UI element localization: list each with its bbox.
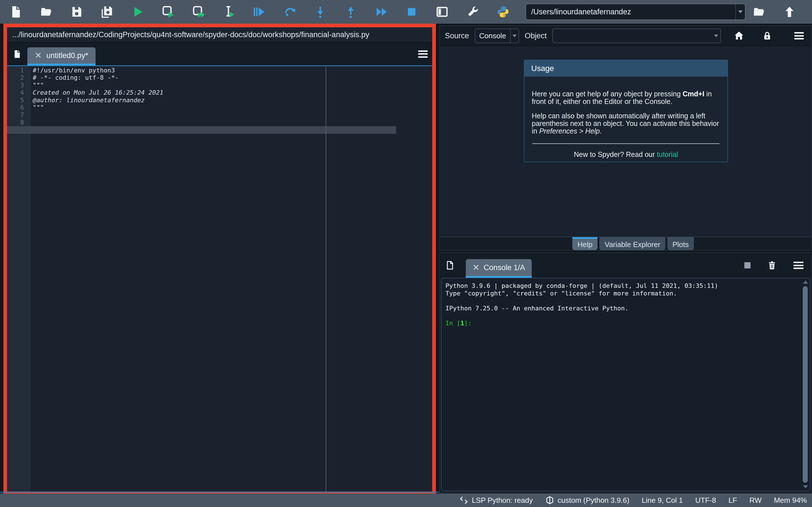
object-combo[interactable] — [552, 29, 721, 43]
tab-plots[interactable]: Plots — [667, 237, 694, 250]
save-button[interactable] — [69, 4, 85, 20]
open-file-button[interactable] — [38, 4, 54, 20]
source-combo-value: Console — [475, 32, 510, 40]
run-button[interactable] — [130, 4, 146, 20]
lock-button[interactable] — [761, 30, 773, 42]
wrench-icon — [466, 5, 479, 18]
step-over-icon — [283, 5, 296, 18]
chevron-down-icon — [738, 10, 743, 13]
editor-focus-bottom-border — [0, 492, 439, 493]
readwrite-status: RW — [749, 496, 762, 505]
lock-icon — [762, 31, 772, 41]
console-line: IPython 7.25.0 -- An enhanced Interactiv… — [446, 305, 628, 312]
breadcrumb-path: .../linourdanetafernandez/CodingProjects… — [12, 31, 369, 39]
save-all-icon — [101, 5, 114, 18]
interpreter-status: custom (Python 3.9.6) — [545, 496, 629, 505]
browse-working-directory-button[interactable] — [751, 4, 767, 20]
python-logo-icon — [497, 5, 509, 18]
working-directory-input[interactable] — [526, 4, 735, 19]
browse-tabs-button[interactable] — [9, 46, 26, 62]
console-tab[interactable]: ✕ Console 1/A — [466, 259, 532, 278]
scroll-down-icon[interactable] — [803, 485, 808, 489]
home-button[interactable] — [733, 30, 745, 42]
column-79-guide — [326, 66, 326, 492]
eol-status: LF — [728, 496, 737, 505]
source-label: Source — [445, 32, 469, 40]
code-line: """ — [31, 104, 432, 111]
tab-variable-explorer[interactable]: Variable Explorer — [599, 237, 665, 250]
editor-pane-highlight-frame: .../linourdanetafernandez/CodingProjects… — [3, 24, 436, 495]
divider — [532, 144, 719, 144]
maximize-pane-icon — [436, 5, 449, 18]
scrollbar-thumb[interactable] — [803, 286, 808, 483]
object-combo-dropdown[interactable] — [712, 29, 720, 43]
source-combo[interactable]: Console — [475, 29, 519, 43]
lsp-icon — [459, 496, 468, 505]
trash-icon[interactable] — [767, 260, 777, 270]
help-content: Usage Here you can get help of any objec… — [440, 46, 811, 237]
step-out-button[interactable] — [343, 4, 359, 20]
object-label: Object — [525, 32, 547, 40]
editor-tabbar: ✕ untitled0.py* — [7, 43, 432, 66]
console-tab-label: Console 1/A — [484, 263, 525, 272]
interrupt-kernel-icon[interactable] — [744, 262, 751, 269]
stop-button[interactable] — [404, 4, 419, 20]
debug-button[interactable] — [252, 4, 267, 20]
tutorial-link[interactable]: tutorial — [657, 151, 678, 158]
console-scrollbar[interactable] — [802, 280, 809, 489]
folder-icon — [753, 5, 765, 18]
help-pane: Source Console Object — [439, 25, 812, 251]
continue-icon — [375, 5, 388, 18]
parent-directory-button[interactable] — [781, 4, 797, 20]
spyder-window: .../linourdanetafernandez/CodingProjects… — [0, 0, 812, 507]
lsp-status-text: LSP Python: ready — [472, 496, 532, 505]
close-icon[interactable]: ✕ — [35, 51, 42, 60]
working-directory-dropdown[interactable] — [735, 4, 745, 19]
console-tabbar: ✕ Console 1/A — [440, 253, 811, 278]
encoding-status: UTF-8 — [695, 496, 716, 505]
code-line: #!/usr/bin/env python3 — [31, 67, 432, 74]
editor-options-button[interactable] — [418, 50, 428, 58]
run-cell-button[interactable] — [160, 4, 176, 20]
python-path-manager-button[interactable] — [495, 4, 511, 20]
main-toolbar — [0, 0, 812, 24]
ipython-console-pane: ✕ Console 1/A Python 3.9.6 | packaged by… — [439, 252, 812, 493]
console-content[interactable]: Python 3.9.6 | packaged by conda-forge |… — [441, 278, 810, 491]
chevron-down-icon — [714, 35, 718, 37]
run-selection-button[interactable] — [221, 4, 237, 20]
help-options-button[interactable] — [793, 30, 805, 42]
step-into-button[interactable] — [312, 4, 328, 20]
tab-help[interactable]: Help — [572, 237, 598, 250]
console-output: Python 3.9.6 | packaged by conda-forge |… — [442, 278, 810, 327]
close-icon[interactable]: ✕ — [472, 263, 479, 272]
editor-tab-untitled0[interactable]: ✕ untitled0.py* — [28, 47, 96, 65]
console-options-button[interactable] — [794, 262, 804, 269]
line-number: 8 — [7, 119, 31, 126]
new-file-button[interactable] — [8, 4, 24, 20]
line-number: 4 — [7, 89, 31, 96]
new-file-icon — [9, 5, 22, 18]
browse-console-tabs-button[interactable] — [442, 257, 458, 274]
breadcrumb: .../linourdanetafernandez/CodingProjects… — [7, 27, 432, 43]
run-selection-icon — [222, 5, 236, 18]
run-cell-advance-button[interactable] — [191, 4, 206, 20]
console-line: Type "copyright", "credits" or "license"… — [446, 290, 677, 297]
scroll-up-icon[interactable] — [803, 281, 808, 284]
code-editor[interactable]: 1 2 3 4 5 6 7 8 9 #!/usr/bin/env python3… — [7, 66, 432, 492]
usage-body: Here you can get help of any object by p… — [524, 76, 727, 158]
maximize-pane-button[interactable] — [434, 4, 450, 20]
source-combo-dropdown[interactable] — [510, 29, 518, 43]
continue-button[interactable] — [373, 4, 389, 20]
preferences-button[interactable] — [465, 4, 480, 20]
right-pane-tabs: Help Variable Explorer Plots — [440, 237, 811, 250]
code-text-area[interactable]: #!/usr/bin/env python3 # -*- coding: utf… — [31, 66, 432, 492]
working-directory-combo — [525, 4, 746, 20]
usage-paragraph-1: Here you can get help of any object by p… — [532, 90, 720, 105]
save-all-button[interactable] — [99, 4, 115, 20]
status-bar: LSP Python: ready custom (Python 3.9.6) … — [0, 494, 812, 507]
run-icon — [131, 5, 144, 18]
console-line — [446, 297, 449, 304]
memory-status: Mem 94% — [774, 496, 807, 505]
hamburger-icon — [794, 32, 804, 40]
step-over-button[interactable] — [282, 4, 298, 20]
